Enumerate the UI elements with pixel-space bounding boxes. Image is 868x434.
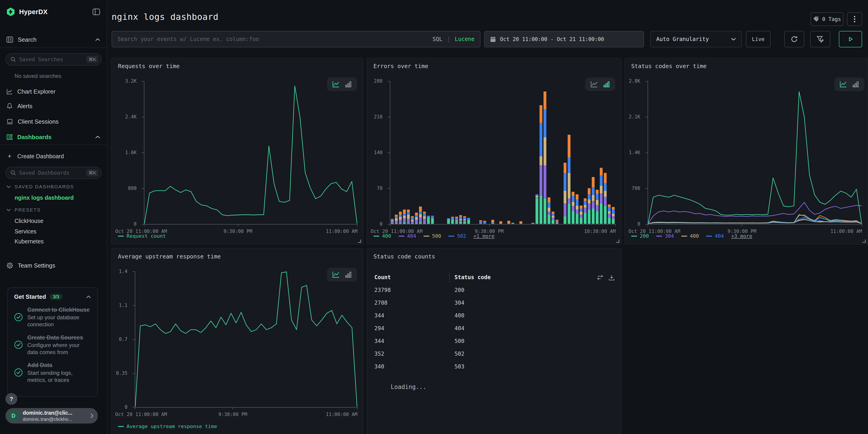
y-axis-labels: 00.350.71.11.4 (112, 272, 130, 410)
sidebar-item-label: Team Settings (18, 262, 100, 269)
y-tick-label: 0 (622, 221, 640, 227)
legend-label: 404 (407, 233, 416, 239)
column-separator[interactable] (449, 273, 450, 282)
column-header-status-code[interactable]: Status code (455, 274, 491, 281)
presets-group-header[interactable]: PRESETS (6, 207, 41, 213)
chart-plot-area[interactable] (648, 81, 862, 227)
get-started-item-title: Add Data (27, 362, 91, 369)
legend-item[interactable]: +3 more (731, 233, 752, 239)
table-cell-status-code: 500 (455, 338, 464, 344)
chart-legend: 400404500502+1 more (373, 233, 495, 239)
get-started-item[interactable]: Add DataStart sending logs, metrics, or … (14, 362, 91, 383)
user-account-button[interactable]: D dominic.tran@clic... dominic.tran@clic… (5, 408, 98, 424)
y-tick-label: 140 (364, 150, 382, 155)
sidebar: HyperDX Search ⌘K No saved searches Char… (0, 0, 107, 434)
sidebar-preset-services[interactable]: Services (14, 228, 36, 235)
lucene-mode-toggle[interactable]: Lucene (455, 36, 474, 42)
sidebar-item-chart-explorer[interactable]: Chart Explorer (0, 86, 106, 97)
sidebar-dashboard-nginx-logs[interactable]: nginx logs dashboard (14, 194, 74, 201)
saved-searches-input[interactable] (19, 57, 83, 62)
legend-item[interactable]: 304 (656, 233, 674, 239)
date-range-picker[interactable]: Oct 20 11:00:00 - Oct 21 11:00:00 (484, 31, 644, 48)
column-header-count[interactable]: Count (374, 274, 391, 281)
legend-item[interactable]: 400 (373, 233, 391, 239)
get-started-item-title: Connect to ClickHouse (27, 306, 91, 313)
granularity-select[interactable]: Auto Granularity (650, 31, 742, 48)
live-button[interactable]: Live (746, 31, 771, 48)
legend-item[interactable]: 500 (424, 233, 441, 239)
help-button[interactable]: ? (5, 393, 17, 405)
page-title: nginx logs dashboard (112, 12, 219, 22)
dashboards-grid-icon (6, 134, 13, 140)
legend-item[interactable]: 502 (448, 233, 466, 239)
run-query-button[interactable] (839, 31, 862, 48)
legend-item[interactable]: 200 (631, 233, 649, 239)
sidebar-collapse-icon[interactable] (92, 8, 100, 15)
table-cell-count: 352 (374, 351, 384, 357)
get-started-item-desc: Start sending logs, metrics, or traces (27, 369, 91, 383)
y-tick-label: 2.8K (622, 78, 640, 84)
filter-button[interactable] (810, 31, 830, 48)
download-icon[interactable] (609, 275, 615, 281)
saved-dashboards-group-header[interactable]: SAVED DASHBOARDS (6, 184, 74, 189)
event-search-input[interactable] (118, 36, 428, 42)
more-options-button[interactable] (847, 12, 862, 26)
legend-swatch (656, 236, 662, 237)
sidebar-preset-kubernetes[interactable]: Kubernetes (14, 238, 44, 245)
refresh-icon (790, 35, 798, 43)
sort-icon[interactable] (597, 275, 604, 281)
x-tick-label: 10:30:00 AM (584, 228, 616, 234)
chevron-up-icon[interactable] (86, 295, 91, 299)
get-started-progress-badge: 3/3 (50, 294, 62, 300)
event-search-bar[interactable]: SQL | Lucene (112, 31, 480, 48)
sidebar-item-label: Search (18, 36, 91, 43)
legend-item[interactable]: 400 (681, 233, 699, 239)
legend-item[interactable]: Request count (118, 233, 166, 239)
chart-plot-area[interactable] (390, 81, 616, 227)
chevron-down-icon (731, 38, 736, 41)
legend-swatch (448, 236, 454, 237)
legend-swatch (373, 236, 379, 237)
user-email: dominic.tran@clickho... (23, 416, 87, 422)
saved-dashboards-input[interactable] (19, 170, 83, 176)
resize-handle[interactable] (358, 240, 361, 243)
tags-button[interactable]: 0 Tags (811, 12, 843, 26)
sidebar-item-dashboards[interactable]: Dashboards (0, 131, 106, 143)
legend-more-link[interactable]: +1 more (473, 233, 495, 239)
filter-edit-icon (816, 35, 824, 43)
legend-item[interactable]: 404 (706, 233, 724, 239)
sidebar-item-team-settings[interactable]: Team Settings (0, 259, 106, 272)
chart-legend: Request count (118, 233, 166, 239)
saved-searches-search[interactable]: ⌘K (5, 53, 101, 66)
legend-more-link[interactable]: +3 more (731, 233, 752, 239)
saved-dashboards-search[interactable]: ⌘K (5, 167, 101, 179)
chart-plot-area[interactable] (135, 272, 358, 410)
sidebar-preset-clickhouse[interactable]: ClickHouse (14, 218, 43, 224)
resize-handle[interactable] (616, 240, 619, 243)
legend-label: 400 (382, 233, 391, 239)
chevron-up-icon (95, 135, 100, 139)
refresh-button[interactable] (784, 31, 804, 48)
x-tick-label: 11:00:00 AM (326, 228, 358, 234)
get-started-item-title: Create Data Sources (27, 334, 91, 341)
search-section-icon (6, 36, 13, 43)
legend-item[interactable]: Average upstream response time (118, 424, 217, 429)
get-started-item[interactable]: Connect to ClickHouseSet up your databas… (14, 306, 91, 328)
sidebar-item-alerts[interactable]: Alerts (0, 100, 106, 112)
panel-errors-over-time: Errors over time 070140210280Oct 20 11:0… (367, 58, 622, 245)
legend-swatch (118, 426, 124, 427)
sidebar-item-search[interactable]: Search (0, 34, 106, 45)
sidebar-item-client-sessions[interactable]: Client Sessions (0, 116, 106, 127)
create-dashboard-button[interactable]: + Create Dashboard (0, 150, 106, 162)
panel-title: Status code counts (373, 253, 435, 260)
resize-handle[interactable] (863, 240, 866, 243)
chart-plot-area[interactable] (144, 81, 358, 227)
sql-mode-toggle[interactable]: SQL (432, 36, 442, 42)
get-started-item[interactable]: Create Data SourcesConfigure where your … (14, 334, 91, 356)
search-icon (10, 57, 16, 62)
y-tick-label: 0 (109, 404, 127, 410)
tag-icon (813, 16, 819, 22)
legend-item[interactable]: 404 (399, 233, 416, 239)
y-axis-labels: 07001.4K2.1K2.8K (625, 81, 643, 227)
legend-item[interactable]: +1 more (473, 233, 495, 239)
